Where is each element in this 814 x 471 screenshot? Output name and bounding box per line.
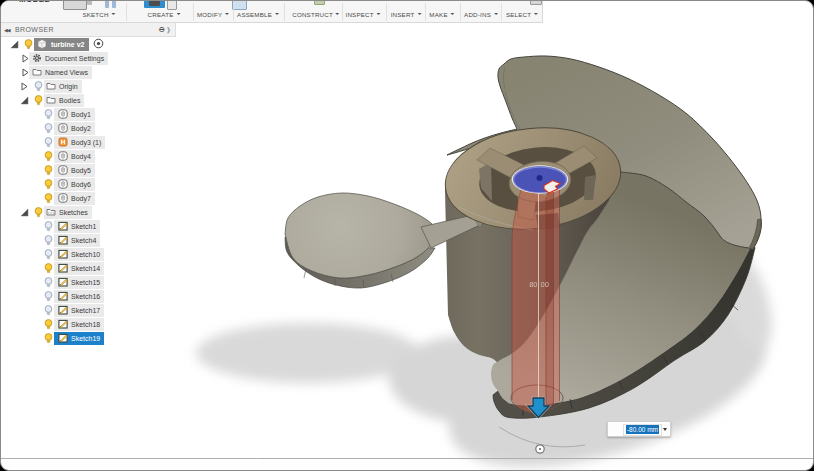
svg-text:00: 00 bbox=[541, 280, 549, 289]
svg-text:80: 80 bbox=[529, 280, 537, 289]
